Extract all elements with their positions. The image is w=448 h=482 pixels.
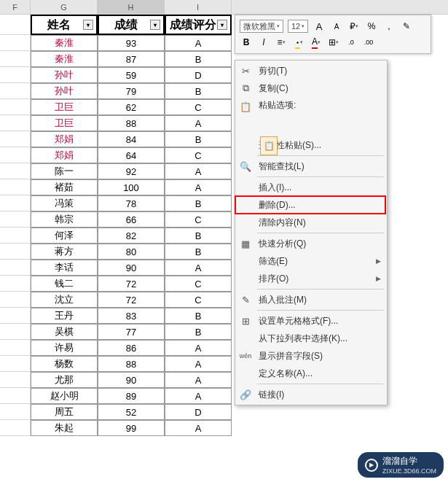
cell-score[interactable]: 92 [98, 163, 165, 179]
cell-score[interactable]: 90 [98, 260, 165, 276]
cell-grade[interactable]: A [165, 340, 232, 356]
filter-icon[interactable]: ▾ [83, 20, 93, 30]
comma-button[interactable]: , [382, 20, 396, 33]
row-gutter[interactable] [0, 131, 31, 147]
row-gutter[interactable] [0, 67, 31, 83]
menu-quick-analysis[interactable]: ▦ 快速分析(Q) [235, 235, 387, 252]
cell-score[interactable]: 77 [98, 324, 165, 340]
cell-score[interactable]: 66 [98, 211, 165, 228]
cell-score[interactable]: 87 [98, 51, 165, 67]
row-gutter[interactable] [0, 228, 31, 244]
font-name-select[interactable]: 微软雅黑▾ [240, 20, 283, 33]
row-gutter[interactable] [0, 211, 31, 228]
cell-grade[interactable]: C [165, 292, 232, 308]
menu-smart-find[interactable]: 🔍 智能查找(L) [235, 158, 387, 175]
menu-filter[interactable]: 筛选(E) ▶ [235, 252, 387, 270]
decrease-decimal-button[interactable]: .0 [345, 36, 358, 49]
menu-paste-special[interactable]: 选择性粘贴(S)... [235, 136, 387, 154]
row-gutter[interactable] [0, 35, 31, 51]
row-gutter[interactable] [0, 147, 31, 163]
cell-name[interactable]: 朱起 [31, 420, 98, 436]
row-gutter[interactable] [0, 99, 31, 115]
cell-grade[interactable]: B [165, 131, 232, 147]
decrease-font-button[interactable]: A [330, 20, 343, 33]
cell-name[interactable]: 郑娟 [31, 147, 98, 163]
row-gutter[interactable] [0, 308, 31, 324]
cell-name[interactable]: 蒋方 [31, 244, 98, 260]
row-gutter[interactable] [0, 83, 31, 99]
cell-grade[interactable]: D [165, 67, 232, 83]
menu-show-pinyin[interactable]: wén 显示拼音字段(S) [235, 347, 387, 365]
cell-grade[interactable]: B [165, 244, 232, 260]
cell-name[interactable]: 秦淮 [31, 51, 98, 67]
cell-name[interactable]: 周五 [31, 404, 98, 420]
row-gutter[interactable] [0, 195, 31, 211]
menu-cut[interactable]: ✂ 剪切(T) [235, 62, 387, 79]
cell-score[interactable]: 88 [98, 115, 165, 131]
format-painter-button[interactable]: ✎ [400, 20, 413, 33]
cell-name[interactable]: 沈立 [31, 292, 98, 308]
menu-clear[interactable]: 清除内容(N) [235, 214, 387, 231]
cell-score[interactable]: 99 [98, 420, 165, 436]
menu-delete[interactable]: 删除(D)... [235, 196, 387, 214]
cell-score[interactable]: 88 [98, 356, 165, 372]
cell-name[interactable]: 李话 [31, 260, 98, 276]
cell-score[interactable]: 89 [98, 388, 165, 404]
cell-grade[interactable]: A [165, 388, 232, 404]
cell-score[interactable]: 83 [98, 308, 165, 324]
row-gutter[interactable] [0, 115, 31, 131]
cell-name[interactable]: 孙叶 [31, 67, 98, 83]
row-gutter[interactable] [0, 404, 31, 420]
row-gutter[interactable] [0, 179, 31, 195]
header-name[interactable]: 姓名 ▾ [31, 15, 98, 35]
cell-grade[interactable]: C [165, 99, 232, 115]
filter-icon[interactable]: ▾ [150, 20, 160, 30]
col-header-f[interactable]: F [0, 0, 31, 14]
border-button[interactable]: ⊞▾ [327, 36, 340, 49]
row-gutter[interactable] [0, 340, 31, 356]
cell-grade[interactable]: D [165, 404, 232, 420]
paste-option-default[interactable]: 📋 [260, 136, 278, 155]
cell-name[interactable]: 孙叶 [31, 83, 98, 99]
cell-grade[interactable]: A [165, 35, 232, 51]
menu-insert-comment[interactable]: ✎ 插入批注(M) [235, 291, 387, 308]
cell-grade[interactable]: C [165, 211, 232, 228]
increase-font-button[interactable]: A [313, 20, 326, 33]
cell-grade[interactable]: A [165, 356, 232, 372]
cell-score[interactable]: 72 [98, 276, 165, 292]
cell-grade[interactable]: A [165, 420, 232, 436]
row-gutter[interactable] [0, 244, 31, 260]
col-header-g[interactable]: G [31, 0, 98, 14]
col-header-i[interactable]: I [165, 0, 232, 14]
cell-name[interactable]: 陈一 [31, 163, 98, 179]
cell-name[interactable]: 何泽 [31, 228, 98, 244]
row-gutter[interactable] [0, 51, 31, 67]
cell-name[interactable]: 吴棋 [31, 324, 98, 340]
cell-name[interactable]: 冯策 [31, 195, 98, 211]
cell-grade[interactable]: B [165, 83, 232, 99]
cell-name[interactable]: 赵小明 [31, 388, 98, 404]
filter-icon[interactable]: ▾ [217, 20, 227, 30]
menu-copy[interactable]: ⧉ 复制(C) [235, 79, 387, 97]
cell-score[interactable]: 52 [98, 404, 165, 420]
cell-score[interactable]: 84 [98, 131, 165, 147]
cell-name[interactable]: 卫巨 [31, 99, 98, 115]
cell-grade[interactable]: C [165, 147, 232, 163]
cell-name[interactable]: 杨数 [31, 356, 98, 372]
menu-dropdown-list[interactable]: 从下拉列表中选择(K)... [235, 330, 387, 347]
cell-name[interactable]: 卫巨 [31, 115, 98, 131]
fill-color-button[interactable]: ⬩▾ [292, 36, 305, 49]
cell-grade[interactable]: A [165, 163, 232, 179]
row-gutter[interactable] [0, 372, 31, 388]
cell-name[interactable]: 许易 [31, 340, 98, 356]
increase-decimal-button[interactable]: .00 [362, 36, 375, 49]
bold-button[interactable]: B [240, 36, 253, 49]
cell-grade[interactable]: B [165, 324, 232, 340]
cell-grade[interactable]: B [165, 51, 232, 67]
font-size-select[interactable]: 12▾ [288, 20, 308, 33]
cell-score[interactable]: 72 [98, 292, 165, 308]
cell-name[interactable]: 秦淮 [31, 35, 98, 51]
cell-name[interactable]: 尤那 [31, 372, 98, 388]
header-score[interactable]: 成绩 ▾ [98, 15, 165, 35]
menu-sort[interactable]: 排序(O) ▶ [235, 270, 387, 287]
